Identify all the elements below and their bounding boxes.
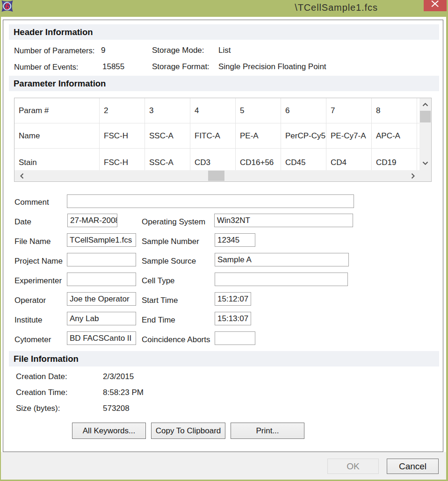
- svg-text:6: 6: [5, 2, 9, 11]
